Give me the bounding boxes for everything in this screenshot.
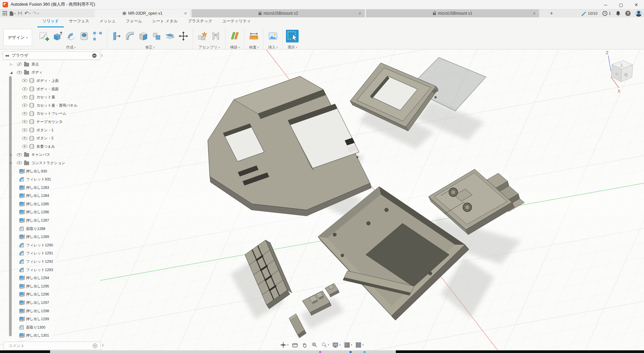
browser-row[interactable]: フィレット931 [3, 175, 103, 184]
new-tab-button[interactable] [547, 10, 556, 17]
browser-row[interactable]: 原点 [3, 60, 103, 69]
browser-row[interactable]: キャンバス [3, 151, 103, 159]
move-button[interactable] [177, 29, 190, 43]
select-tool-button[interactable] [286, 29, 299, 43]
browser-row[interactable]: 押し出し1284 [3, 192, 103, 200]
save-button[interactable] [18, 10, 22, 17]
zoom-window-button[interactable] [321, 342, 329, 348]
browser-row[interactable]: テープカウンタ [3, 118, 103, 126]
insert-image-button[interactable] [267, 29, 279, 43]
grid-snap-button[interactable] [344, 342, 352, 348]
display-settings-button[interactable] [332, 342, 341, 348]
group-label-insert[interactable]: 挿入 [268, 45, 278, 50]
collapse-all-icon[interactable] [92, 53, 97, 58]
add-comment-icon[interactable] [93, 344, 97, 348]
browser-row[interactable]: 押し出し1283 [3, 184, 103, 192]
expand-arrow-icon[interactable] [9, 161, 13, 164]
browser-row[interactable]: 面取り1288 [3, 225, 103, 233]
visibility-eye-icon[interactable] [22, 79, 27, 82]
browser-row[interactable]: ボタン・2 [3, 134, 103, 142]
browser-row[interactable]: フィレット1293 [3, 266, 103, 274]
group-label-create[interactable]: 作成 [66, 45, 76, 50]
ribbon-tab[interactable]: フォーム [121, 18, 147, 27]
tab-close-icon[interactable] [358, 11, 361, 16]
browser-row[interactable]: 押し出し1294 [3, 274, 103, 282]
group-label-assemble[interactable]: アセンブリ [199, 45, 220, 50]
browser-row[interactable]: 押し出し1301 [3, 332, 103, 340]
pattern-button[interactable] [91, 29, 104, 43]
browser-row[interactable]: 押し出し1297 [3, 299, 103, 307]
document-tab[interactable]: microUSBmount v1 [366, 9, 539, 17]
visibility-eye-icon[interactable] [17, 153, 22, 156]
ribbon-tab[interactable]: プラスチック [183, 18, 217, 27]
hole-button[interactable] [78, 29, 91, 43]
zoom-button[interactable] [311, 342, 318, 348]
revolve-button[interactable] [64, 29, 77, 43]
visibility-eye-icon[interactable] [17, 63, 22, 66]
ribbon-tab[interactable]: ユーティリティ [217, 18, 256, 27]
browser-row[interactable]: 押し出し1295 [3, 282, 103, 290]
browser-row[interactable]: 押し出し1285 [3, 200, 103, 208]
browser-row[interactable]: ボディ・底面 [3, 85, 103, 93]
combine-button[interactable] [150, 29, 163, 43]
measure-button[interactable] [248, 29, 260, 43]
viewports-button[interactable] [355, 342, 364, 348]
ribbon-tab[interactable]: サーフェス [64, 18, 94, 27]
file-menu-button[interactable] [9, 10, 16, 17]
visibility-eye-icon[interactable] [22, 120, 27, 123]
visibility-eye-icon[interactable] [22, 112, 27, 115]
browser-row[interactable]: フィレット1290 [3, 241, 103, 249]
redo-button[interactable]: ↷ [33, 10, 39, 17]
group-label-select[interactable]: 選択 [288, 45, 297, 50]
construction-plane-button[interactable] [228, 29, 241, 43]
browser-row[interactable]: 面取り1300 [3, 323, 103, 332]
visibility-eye-icon[interactable] [22, 87, 27, 91]
fillet-button[interactable] [124, 29, 136, 43]
visibility-eye-icon[interactable] [22, 137, 27, 140]
visibility-eye-icon[interactable] [17, 71, 22, 74]
expand-arrow-icon[interactable] [9, 63, 13, 66]
browser-row[interactable]: カセット蓋・透明パネル [3, 101, 103, 110]
pan-button[interactable] [301, 342, 308, 348]
expand-arrow-icon[interactable] [9, 71, 13, 74]
app-grid-icon[interactable] [3, 10, 7, 17]
look-at-button[interactable] [292, 342, 298, 348]
orbit-button[interactable] [280, 342, 289, 348]
split-body-button[interactable] [164, 29, 176, 43]
create-sketch-button[interactable] [38, 29, 50, 43]
browser-row[interactable]: 押し出し1298 [3, 307, 103, 315]
new-component-button[interactable] [196, 29, 209, 43]
press-pull-button[interactable] [110, 29, 123, 43]
browser-row[interactable]: 押し出し1299 [3, 315, 103, 323]
visibility-eye-icon[interactable] [22, 104, 27, 107]
visibility-eye-icon[interactable] [22, 96, 27, 99]
ribbon-tab[interactable]: ソリッド [37, 18, 64, 27]
browser-row[interactable]: 音量つまみ [3, 142, 103, 151]
visibility-eye-icon[interactable] [22, 128, 27, 132]
maximize-button[interactable]: ▢ [613, 0, 629, 9]
browser-row[interactable]: カセット蓋 [3, 93, 103, 101]
workspace-switcher[interactable]: デザイン [3, 29, 32, 46]
browser-row[interactable]: コンストラクション [3, 159, 103, 167]
expand-arrow-icon[interactable] [9, 153, 13, 156]
browser-row[interactable]: フィレット1292 [3, 257, 103, 266]
shell-button[interactable] [137, 29, 150, 43]
tab-close-icon[interactable] [533, 11, 536, 16]
browser-row[interactable]: ボタン・1 [3, 126, 103, 134]
comment-box[interactable]: コメント [3, 342, 101, 350]
browser-row[interactable]: ボディ・上面 [3, 77, 103, 85]
visibility-eye-icon[interactable] [22, 145, 27, 148]
user-avatar[interactable] [635, 10, 642, 17]
ribbon-tab[interactable]: メッシュ [94, 18, 121, 27]
group-label-modify[interactable]: 修正 [145, 45, 155, 50]
document-tab[interactable]: MR-33DR_open v1 [95, 9, 190, 17]
browser-row[interactable]: フィレット1291 [3, 249, 103, 258]
collapse-panel-icon[interactable] [5, 54, 8, 57]
comment-drag-grip[interactable] [102, 344, 104, 347]
visibility-eye-icon[interactable] [17, 161, 22, 164]
panel-drag-grip[interactable] [101, 54, 103, 57]
close-button[interactable]: ✕ [629, 0, 644, 9]
document-tab[interactable]: microUSBmount v2 [192, 9, 365, 17]
browser-row[interactable]: ボディ [3, 69, 103, 77]
ribbon-tab[interactable]: シート メタル [147, 18, 183, 27]
